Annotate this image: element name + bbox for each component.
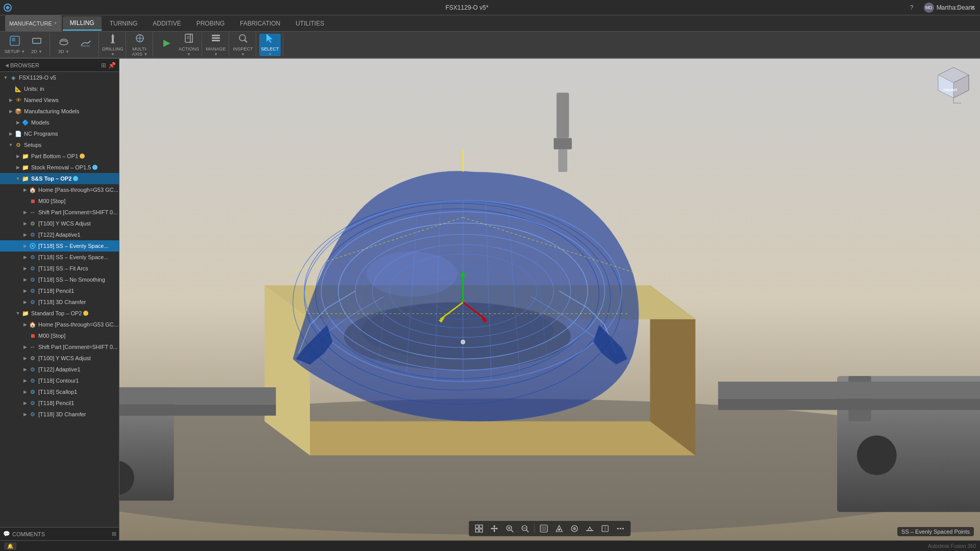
add-tab-button[interactable]: +	[920, 0, 934, 15]
t118-evenly1-arrow[interactable]: ▶	[21, 242, 29, 249]
maximize-button[interactable]: □	[950, 0, 965, 15]
vp-zoom-plus-button[interactable]	[518, 522, 532, 535]
tree-t100-wcs2[interactable]: ▶ ⚙ [T100] Y WCS Adjust	[0, 353, 119, 364]
tree-home-pass2[interactable]: ▶ 🏠 Home [Pass-through=G53 GC...	[0, 319, 119, 330]
tab-additive[interactable]: ADDITIVE	[145, 16, 188, 31]
nc-programs-arrow[interactable]: ▶	[7, 130, 14, 137]
vp-pan-button[interactable]	[487, 522, 502, 535]
manage-button[interactable]: MANAGE ▼	[205, 34, 227, 56]
simulate-button[interactable]	[156, 34, 178, 56]
tree-models[interactable]: ▶ 🔷 Models	[0, 117, 119, 128]
standard-top-arrow[interactable]: ▼	[14, 310, 21, 317]
tree-setups[interactable]: ▼ ⚙ Setups	[0, 139, 119, 151]
tree-m00-stop2[interactable]: ⏹ M00 [Stop]	[0, 330, 119, 341]
tree-m00-stop1[interactable]: ⏹ M00 [Stop]	[0, 195, 119, 207]
tab-turning[interactable]: TURNING	[103, 16, 145, 31]
ss-top-arrow[interactable]: ▼	[14, 175, 21, 182]
tab-probing[interactable]: PROBING	[189, 16, 232, 31]
tree-t118-no-smooth[interactable]: ▶ ⚙ [T118] SS – No Smoothing	[0, 274, 119, 285]
tree-nc-programs[interactable]: ▶ 📄 NC Programs	[0, 128, 119, 139]
tab-fabrication[interactable]: FABRICATION	[233, 16, 287, 31]
models-arrow[interactable]: ▶	[14, 119, 21, 126]
select-button[interactable]: SELECT ▼	[259, 34, 281, 56]
t118-contour1-arrow[interactable]: ▶	[21, 377, 29, 384]
t118-chamfer1-arrow[interactable]: ▶	[21, 298, 29, 306]
viewport[interactable]: FRONT	[119, 59, 980, 540]
t100-wcs2-arrow[interactable]: ▶	[21, 355, 29, 362]
t118-fit-arcs-arrow[interactable]: ▶	[21, 265, 29, 272]
t122-arrow2[interactable]: ▶	[21, 366, 29, 373]
tree-root[interactable]: ▼ ◈ FSX1129-O v5	[0, 72, 119, 83]
vp-section-analysis-button[interactable]	[598, 522, 612, 535]
tab-milling[interactable]: MILLING	[63, 16, 102, 31]
home-pass1-arrow[interactable]: ▶	[21, 186, 29, 193]
tree-mfg-models[interactable]: ▶ 📦 Manufacturing Models	[0, 106, 119, 117]
tree-shift-part2[interactable]: ▶ ↔ Shift Part [Comment=SHIFT 0...	[0, 341, 119, 353]
vp-zoom-fit-button[interactable]	[503, 522, 517, 535]
tree-ss-top[interactable]: ▼ 📁 S&S Top – OP2	[0, 173, 119, 184]
tree-t118-3d-chamfer2[interactable]: ▶ ⚙ [T118] 3D Chamfer	[0, 409, 119, 420]
tree-t118-pencil2[interactable]: ▶ ⚙ [T118] Pencil1	[0, 397, 119, 409]
tree-home-pass1[interactable]: ▶ 🏠 Home [Pass-through=G53 GC...	[0, 184, 119, 195]
tree-t118-evenly1[interactable]: ▶ [T118] SS – Evenly Space...	[0, 240, 119, 252]
close-button[interactable]: ✕	[966, 0, 980, 15]
vp-grid-button[interactable]	[472, 522, 486, 535]
tree-named-views[interactable]: ▶ 👁 Named Views	[0, 94, 119, 106]
root-arrow[interactable]: ▼	[2, 74, 9, 81]
multi-axis-button[interactable]: MULTI-AXIS ▼	[129, 34, 151, 56]
drilling-button[interactable]: DRILLING ▼	[102, 34, 124, 56]
tree-t118-evenly2[interactable]: ▶ ⚙ [T118] SS – Evenly Space...	[0, 252, 119, 263]
t118-pencil1-arrow[interactable]: ▶	[21, 287, 29, 294]
vp-more-button[interactable]	[614, 522, 628, 535]
part-bottom-arrow[interactable]: ▶	[14, 153, 21, 160]
setup-button[interactable]: SETUP ▼	[4, 34, 26, 56]
tab-utilities[interactable]: UTILITIES	[288, 16, 331, 31]
t118-chamfer2-arrow[interactable]: ▶	[21, 411, 29, 418]
tree-part-bottom[interactable]: ▶ 📁 Part Bottom – OP1	[0, 151, 119, 162]
minimize-button[interactable]: ─	[935, 0, 949, 15]
tree-t100-wcs1[interactable]: ▶ ⚙ [T100] Y WCS Adjust	[0, 218, 119, 229]
shift-part2-arrow[interactable]: ▶	[21, 343, 29, 350]
tree-t122-adaptive1[interactable]: ▶ ⚙ [T122] Adaptive1	[0, 229, 119, 240]
stock-removal-arrow[interactable]: ▶	[14, 164, 21, 171]
vp-ground-plane-button[interactable]	[583, 522, 597, 535]
t118-scallop1-arrow[interactable]: ▶	[21, 388, 29, 395]
3d-pocket-button[interactable]: 3D ▼	[53, 34, 75, 56]
browser-settings-icon[interactable]: ⊞	[101, 62, 106, 69]
tree-shift-part1[interactable]: ▶ ↔ Shift Part [Comment=SHIFT 0...	[0, 207, 119, 218]
mfg-models-arrow[interactable]: ▶	[7, 108, 14, 115]
vp-display-mode-button[interactable]	[537, 522, 551, 535]
notification-button[interactable]: 🔔	[4, 542, 16, 550]
2d-button[interactable]: 2D ▼	[26, 34, 47, 56]
vp-appearance-button[interactable]	[568, 522, 582, 535]
setup-label: SETUP ▼	[5, 49, 25, 54]
tree-t118-contour1[interactable]: ▶ ⚙ [T118] Contour1	[0, 375, 119, 386]
t118-evenly2-arrow[interactable]: ▶	[21, 254, 29, 261]
tree-t118-pencil1[interactable]: ▶ ⚙ [T118] Pencil1	[0, 285, 119, 296]
inspect-button[interactable]: INSPECT ▼	[232, 34, 254, 56]
tree-t118-3d-chamfer1[interactable]: ▶ ⚙ [T118] 3D Chamfer	[0, 296, 119, 308]
home-pass2-arrow[interactable]: ▶	[21, 321, 29, 328]
post-button[interactable]: ACTIONS ▼	[178, 34, 200, 56]
manufacture-dropdown[interactable]: MANUFACTURE ▼	[5, 15, 62, 32]
tree-t118-fit-arcs[interactable]: ▶ ⚙ [T118] SS – Fit Arcs	[0, 263, 119, 274]
help-button[interactable]: ?	[904, 0, 919, 15]
t118-no-smooth-arrow[interactable]: ▶	[21, 276, 29, 283]
browser-collapse-icon[interactable]: ◀	[3, 62, 10, 69]
t118-pencil2-arrow[interactable]: ▶	[21, 399, 29, 407]
tree-stock-removal[interactable]: ▶ 📁 Stock Removal – OP1.5	[0, 162, 119, 173]
view-cube[interactable]: FRONT	[933, 65, 974, 106]
setups-arrow[interactable]: ▼	[7, 141, 14, 148]
tree-units[interactable]: 📐 Units: in	[0, 83, 119, 94]
vp-visual-style-button[interactable]	[552, 522, 567, 535]
shift-part1-arrow[interactable]: ▶	[21, 209, 29, 216]
tree-t122-adaptive2[interactable]: ▶ ⚙ [T122] Adaptive1	[0, 364, 119, 375]
t100-wcs1-arrow[interactable]: ▶	[21, 220, 29, 227]
comments-settings-icon[interactable]: ⊞	[112, 531, 116, 537]
t122-arrow1[interactable]: ▶	[21, 231, 29, 238]
browser-pin-icon[interactable]: 📌	[108, 62, 116, 69]
tree-standard-top[interactable]: ▼ 📁 Standard Top – OP2	[0, 308, 119, 319]
surface-button[interactable]	[75, 34, 96, 56]
tree-t118-scallop1[interactable]: ▶ ⚙ [T118] Scallop1	[0, 386, 119, 397]
named-views-arrow[interactable]: ▶	[7, 96, 14, 104]
